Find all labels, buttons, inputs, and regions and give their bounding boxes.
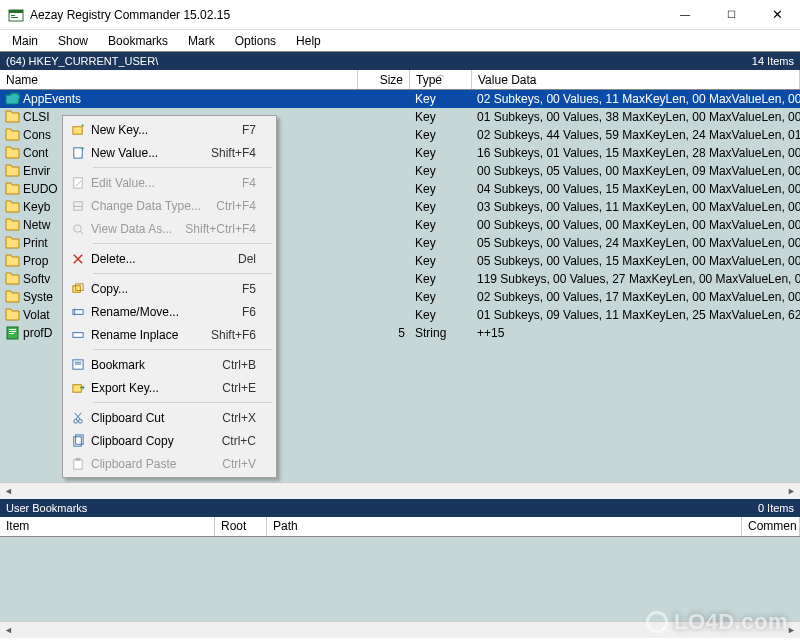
svg-rect-12 xyxy=(74,177,82,187)
row-name: Syste xyxy=(23,290,53,304)
svg-rect-20 xyxy=(75,361,82,362)
row-value: ++15 xyxy=(472,326,800,340)
folder-icon xyxy=(5,308,21,322)
menu-options[interactable]: Options xyxy=(227,32,284,50)
watermark-text: LO4D.com xyxy=(674,609,788,635)
bm-col-item[interactable]: Item xyxy=(0,517,215,536)
menu-item-label: Rename Inplace xyxy=(91,328,211,342)
menu-item-bookmark[interactable]: BookmarkCtrl+B xyxy=(65,353,274,376)
menu-bookmarks[interactable]: Bookmarks xyxy=(100,32,176,50)
svg-rect-7 xyxy=(9,333,14,334)
menu-show[interactable]: Show xyxy=(50,32,96,50)
row-value: 05 Subkeys, 00 Values, 15 MaxKeyLen, 00 … xyxy=(472,254,800,268)
bookmark-icon xyxy=(65,358,91,372)
menu-item-label: Clipboard Copy xyxy=(91,434,222,448)
folder-icon xyxy=(5,290,21,304)
sort-indicator-icon: ︿ xyxy=(437,69,445,80)
svg-rect-6 xyxy=(9,331,16,332)
row-name: Volat xyxy=(23,308,50,322)
menu-item-shortcut: Del xyxy=(238,252,256,266)
col-value[interactable]: Value Data xyxy=(472,70,800,89)
svg-text:*: * xyxy=(81,146,84,154)
menu-item-label: Change Data Type... xyxy=(91,199,216,213)
row-name: CLSI xyxy=(23,110,50,124)
col-name[interactable]: Name xyxy=(0,70,358,89)
menu-item-shortcut: F6 xyxy=(242,305,256,319)
col-type[interactable]: ︿Type xyxy=(410,70,472,89)
menu-item-label: New Value... xyxy=(91,146,211,160)
row-type: String xyxy=(410,326,472,340)
menu-item-label: New Key... xyxy=(91,123,242,137)
menu-item-label: View Data As... xyxy=(91,222,185,236)
scroll-right-icon[interactable]: ► xyxy=(783,483,800,500)
menu-item-clipboard-cut[interactable]: Clipboard CutCtrl+X xyxy=(65,406,274,429)
menu-item-edit-value: Edit Value...F4 xyxy=(65,171,274,194)
menu-help[interactable]: Help xyxy=(288,32,329,50)
grid-header: Name Size ︿Type Value Data xyxy=(0,70,800,90)
window-title: Aezay Registry Commander 15.02.15 xyxy=(30,8,662,22)
row-name: profD xyxy=(23,326,52,340)
close-button[interactable]: ✕ xyxy=(754,0,800,30)
bm-col-path[interactable]: Path xyxy=(267,517,742,536)
menu-item-shortcut: Ctrl+E xyxy=(222,381,256,395)
menu-item-delete[interactable]: Delete...Del xyxy=(65,247,274,270)
menu-item-shortcut: Shift+F6 xyxy=(211,328,256,342)
row-type: Key xyxy=(410,236,472,250)
grid-scrollbar[interactable]: ◄ ► xyxy=(0,482,800,499)
menu-separator xyxy=(93,273,272,274)
menu-item-shortcut: F5 xyxy=(242,282,256,296)
menu-item-label: Rename/Move... xyxy=(91,305,242,319)
col-size[interactable]: Size xyxy=(358,70,410,89)
folder-icon xyxy=(5,272,21,286)
menu-item-clipboard-copy[interactable]: Clipboard CopyCtrl+C xyxy=(65,429,274,452)
menu-item-rename-inplace[interactable]: Rename InplaceShift+F6 xyxy=(65,323,274,346)
menu-separator xyxy=(93,402,272,403)
row-value: 119 Subkeys, 00 Values, 27 MaxKeyLen, 00… xyxy=(472,272,800,286)
menu-bar: Main Show Bookmarks Mark Options Help xyxy=(0,30,800,52)
menu-separator xyxy=(93,167,272,168)
svg-point-23 xyxy=(74,419,78,423)
bm-col-comment[interactable]: Commen xyxy=(742,517,800,536)
menu-mark[interactable]: Mark xyxy=(180,32,223,50)
folder-icon xyxy=(5,254,21,268)
row-type: Key xyxy=(410,254,472,268)
row-value: 05 Subkeys, 00 Values, 24 MaxKeyLen, 00 … xyxy=(472,236,800,250)
row-value: 01 Subkeys, 09 Values, 11 MaxKeyLen, 25 … xyxy=(472,308,800,322)
row-value: 02 Subkeys, 00 Values, 17 MaxKeyLen, 00 … xyxy=(472,290,800,304)
path-bar: (64) HKEY_CURRENT_USER\ 14 Items xyxy=(0,52,800,70)
menu-item-label: Clipboard Paste xyxy=(91,457,222,471)
menu-main[interactable]: Main xyxy=(4,32,46,50)
menu-item-label: Export Key... xyxy=(91,381,222,395)
svg-rect-28 xyxy=(76,457,81,460)
menu-item-rename-move[interactable]: Rename/Move...F6 xyxy=(65,300,274,323)
menu-item-export-key[interactable]: Export Key...Ctrl+E xyxy=(65,376,274,399)
bookmarks-title: User Bookmarks xyxy=(6,502,758,514)
svg-rect-15 xyxy=(73,285,80,292)
menu-item-shortcut: Ctrl+C xyxy=(222,434,256,448)
menu-item-shortcut: Shift+Ctrl+F4 xyxy=(185,222,256,236)
cut-icon xyxy=(65,411,91,425)
svg-rect-22 xyxy=(73,384,81,391)
row-value: 02 Subkeys, 00 Values, 11 MaxKeyLen, 00 … xyxy=(472,92,800,106)
scroll-left-icon[interactable]: ◄ xyxy=(0,622,17,639)
row-name: EUDO xyxy=(23,182,58,196)
menu-item-change-data-type: Change Data Type...Ctrl+F4 xyxy=(65,194,274,217)
menu-item-new-key[interactable]: *New Key...F7 xyxy=(65,118,274,141)
item-count: 14 Items xyxy=(752,55,794,67)
bm-col-root[interactable]: Root xyxy=(215,517,267,536)
row-name: Cons xyxy=(23,128,51,142)
copy-key-icon xyxy=(65,282,91,296)
menu-item-copy[interactable]: Copy...F5 xyxy=(65,277,274,300)
menu-item-label: Copy... xyxy=(91,282,242,296)
folder-icon xyxy=(5,128,21,142)
row-type: Key xyxy=(410,146,472,160)
menu-separator xyxy=(93,243,272,244)
scroll-left-icon[interactable]: ◄ xyxy=(0,483,17,500)
bookmarks-bar: User Bookmarks 0 Items xyxy=(0,499,800,517)
maximize-button[interactable]: ☐ xyxy=(708,0,754,30)
minimize-button[interactable]: ― xyxy=(662,0,708,30)
menu-item-label: Edit Value... xyxy=(91,176,242,190)
grid-row[interactable]: AppEventsKey02 Subkeys, 00 Values, 11 Ma… xyxy=(0,90,800,108)
menu-item-new-value[interactable]: *New Value...Shift+F4 xyxy=(65,141,274,164)
svg-rect-3 xyxy=(11,17,18,18)
